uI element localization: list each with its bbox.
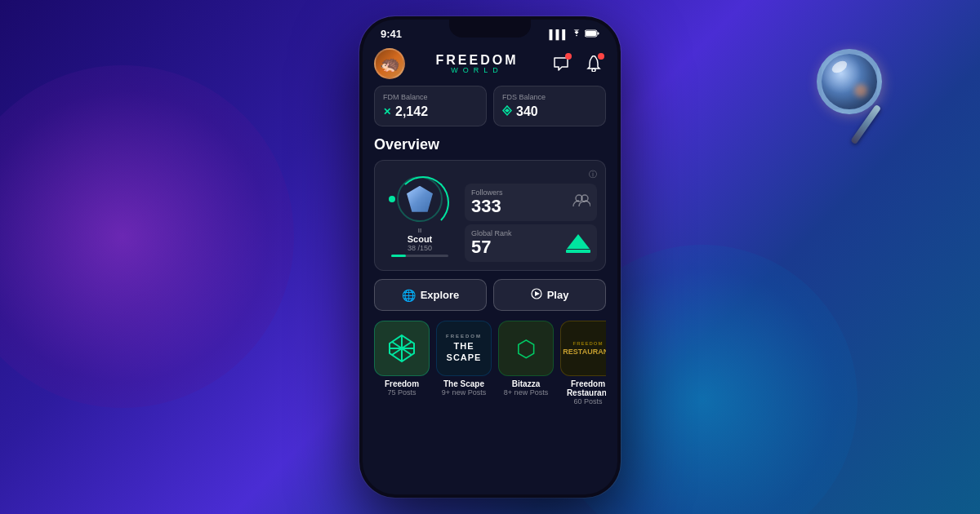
app-name-scape: The Scape xyxy=(436,379,492,388)
scout-name: Scout xyxy=(408,234,433,244)
status-icons: ▌▌▌ xyxy=(550,29,599,39)
apps-row: Freedom 75 Posts FREEDOM THE SCAPE The S… xyxy=(374,321,606,405)
scape-logo-text: FREEDOM THE SCAPE xyxy=(437,334,491,363)
overview-title: Overview xyxy=(374,136,606,153)
action-buttons: 🌐 Explore Play xyxy=(374,279,606,311)
progress-fill xyxy=(391,255,406,257)
followers-value: 333 xyxy=(471,197,503,216)
rank-value: 57 xyxy=(471,237,512,257)
svg-rect-1 xyxy=(598,32,599,34)
followers-icon xyxy=(572,194,590,211)
balance-row: FDM Balance ✕ 2,142 FDS Balance xyxy=(374,86,606,126)
scout-gem xyxy=(407,186,433,212)
app-posts-bitazza: 8+ new Posts xyxy=(498,388,554,397)
avatar[interactable]: 🦔 xyxy=(374,48,405,79)
wifi-icon xyxy=(572,29,581,39)
scout-progress: 38 /150 xyxy=(408,244,432,252)
info-icon: ⓘ xyxy=(465,169,597,180)
explore-button[interactable]: 🌐 Explore xyxy=(374,279,487,311)
scout-section: II Scout 38 /150 xyxy=(383,169,457,262)
fdm-icon: ✕ xyxy=(383,106,391,117)
status-time: 9:41 xyxy=(381,28,402,40)
app-header: 🦔 FREEDOM WORLD xyxy=(374,43,606,86)
fdm-value: ✕ 2,142 xyxy=(383,104,478,119)
app-thumb-restaurant: FREEDOM RESTAURANT xyxy=(560,321,606,376)
phone-notch xyxy=(449,20,531,38)
app-thumb-bitazza: ⬡ xyxy=(498,321,554,376)
app-item-freedom[interactable]: Freedom 75 Posts xyxy=(374,321,430,405)
app-item-restaurant[interactable]: FREEDOM RESTAURANT Freedom Restaurant 60… xyxy=(560,321,606,405)
notification-badge xyxy=(598,53,604,60)
play-icon xyxy=(531,288,542,302)
logo-container: FREEDOM WORLD xyxy=(436,53,519,74)
fds-label: FDS Balance xyxy=(502,93,597,101)
scout-badge xyxy=(395,175,444,224)
app-item-bitazza[interactable]: ⬡ Bitazza 8+ new Posts xyxy=(498,321,554,405)
rank-icon xyxy=(566,234,590,253)
app-posts-scape: 9+ new Posts xyxy=(436,388,492,397)
svg-rect-2 xyxy=(586,31,596,36)
bg-decoration-left xyxy=(0,65,294,408)
stats-section: ⓘ Followers 333 xyxy=(465,169,597,262)
signal-icon: ▌▌▌ xyxy=(550,29,568,39)
fdm-balance-card: FDM Balance ✕ 2,142 xyxy=(374,86,487,126)
chat-badge xyxy=(565,53,572,60)
app-thumb-freedom xyxy=(374,321,430,376)
scout-dot xyxy=(389,196,395,202)
followers-block: Followers 333 xyxy=(465,184,597,221)
explore-icon: 🌐 xyxy=(402,289,416,302)
fds-icon xyxy=(502,105,512,119)
fds-value: 340 xyxy=(502,104,597,119)
app-name-bitazza: Bitazza xyxy=(498,379,554,388)
chat-button[interactable] xyxy=(549,51,573,76)
app-item-scape[interactable]: FREEDOM THE SCAPE The Scape 9+ new Posts xyxy=(436,321,492,405)
app-name-restaurant: Freedom Restaurant xyxy=(560,379,606,397)
phone-device: 9:41 ▌▌▌ xyxy=(359,16,621,498)
magnifier-decoration xyxy=(817,49,915,155)
notification-button[interactable] xyxy=(581,51,606,76)
bitazza-icon: ⬡ xyxy=(516,335,536,362)
fds-balance-card: FDS Balance 340 xyxy=(493,86,606,126)
battery-icon xyxy=(585,29,599,39)
app-posts-freedom: 75 Posts xyxy=(374,388,430,397)
rank-block: Global Rank 57 xyxy=(465,224,597,262)
fdm-label: FDM Balance xyxy=(383,93,478,101)
overview-card: II Scout 38 /150 ⓘ Followers xyxy=(374,160,606,271)
progress-bar xyxy=(391,255,448,257)
svg-point-3 xyxy=(592,69,595,72)
app-thumb-scape: FREEDOM THE SCAPE xyxy=(436,321,492,376)
app-posts-restaurant: 60 Posts xyxy=(560,397,606,405)
app-name-freedom: Freedom xyxy=(374,379,430,388)
restaurant-logo: FREEDOM RESTAURANT xyxy=(563,341,606,356)
header-icons xyxy=(549,51,606,76)
play-button[interactable]: Play xyxy=(493,279,606,311)
